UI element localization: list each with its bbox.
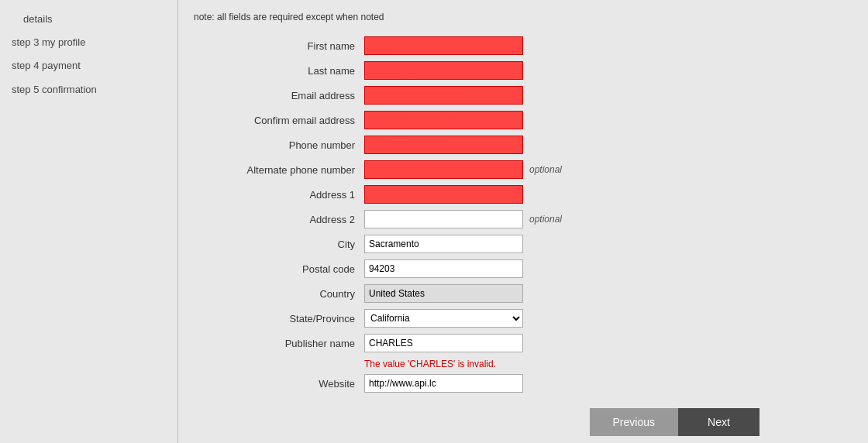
- email-input[interactable]: [364, 86, 523, 105]
- state-label: State/Province: [194, 313, 364, 325]
- postal-row: Postal code: [194, 259, 760, 278]
- first-name-row: First name: [194, 36, 760, 55]
- address2-row: Address 2 optional: [194, 210, 760, 228]
- address2-optional: optional: [529, 214, 562, 225]
- previous-button[interactable]: Previous: [590, 408, 678, 436]
- email-label: Email address: [194, 90, 364, 101]
- sidebar-item-payment[interactable]: step 4 payment: [0, 54, 177, 77]
- confirm-email-label: Confirm email address: [194, 115, 364, 126]
- sidebar-item-confirmation[interactable]: step 5 confirmation: [0, 78, 177, 101]
- alt-phone-input[interactable]: [364, 160, 523, 179]
- form-container: First name Last name Email address Confi…: [194, 36, 760, 436]
- city-row: City: [194, 235, 760, 253]
- country-input[interactable]: [364, 284, 523, 303]
- button-row: Previous Next: [194, 408, 760, 436]
- next-button[interactable]: Next: [678, 408, 760, 436]
- postal-label: Postal code: [194, 263, 364, 275]
- website-row: Website: [194, 374, 760, 393]
- address1-label: Address 1: [194, 189, 364, 201]
- sidebar: details step 3 my profile step 4 payment…: [0, 0, 178, 443]
- city-label: City: [194, 239, 364, 250]
- sidebar-item-details-label: details: [23, 13, 53, 25]
- postal-input[interactable]: [364, 259, 523, 278]
- publisher-row: Publisher name: [194, 334, 760, 352]
- state-row: State/Province California Alabama Alaska…: [194, 309, 760, 328]
- publisher-label: Publisher name: [194, 338, 364, 349]
- email-row: Email address: [194, 86, 760, 105]
- sidebar-item-confirmation-label: step 5 confirmation: [12, 84, 97, 95]
- last-name-label: Last name: [194, 65, 364, 77]
- sidebar-item-details[interactable]: details: [0, 8, 177, 31]
- website-label: Website: [194, 378, 364, 390]
- form-note: note: all fields are required except whe…: [194, 12, 852, 22]
- first-name-input[interactable]: [364, 36, 523, 55]
- last-name-input[interactable]: [364, 61, 523, 80]
- confirm-email-row: Confirm email address: [194, 111, 760, 129]
- sidebar-item-my-profile[interactable]: step 3 my profile: [0, 31, 177, 54]
- city-input[interactable]: [364, 235, 523, 253]
- sidebar-item-payment-label: step 4 payment: [12, 60, 81, 71]
- confirm-email-input[interactable]: [364, 111, 523, 129]
- website-input[interactable]: [364, 374, 523, 393]
- country-row: Country: [194, 284, 760, 303]
- address2-label: Address 2: [194, 214, 364, 225]
- address1-row: Address 1: [194, 185, 760, 204]
- main-content: note: all fields are required except whe…: [178, 0, 868, 443]
- publisher-input[interactable]: [364, 334, 523, 352]
- alt-phone-label: Alternate phone number: [194, 164, 364, 176]
- last-name-row: Last name: [194, 61, 760, 80]
- country-label: Country: [194, 288, 364, 300]
- phone-row: Phone number: [194, 136, 760, 154]
- phone-input[interactable]: [364, 136, 523, 154]
- address1-input[interactable]: [364, 185, 523, 204]
- alt-phone-row: Alternate phone number optional: [194, 160, 760, 179]
- state-select[interactable]: California Alabama Alaska Arizona Arkans…: [364, 309, 523, 328]
- address2-input[interactable]: [364, 210, 523, 228]
- phone-label: Phone number: [194, 139, 364, 151]
- sidebar-item-my-profile-label: step 3 my profile: [12, 36, 85, 48]
- alt-phone-optional: optional: [529, 164, 562, 175]
- publisher-error: The value 'CHARLES' is invalid.: [364, 359, 760, 369]
- first-name-label: First name: [194, 40, 364, 52]
